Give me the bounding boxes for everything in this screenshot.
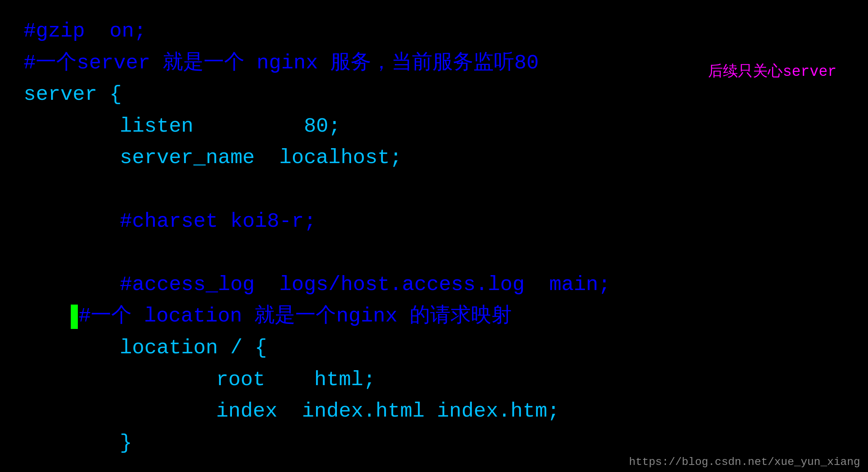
code-line-1: #gzip on;: [24, 16, 844, 48]
code-text-4: listen 80;: [71, 111, 341, 143]
code-text-13: index index.html index.htm;: [118, 396, 559, 428]
footer-link: https://blog.csdn.net/xue_yun_xiang: [629, 456, 860, 468]
code-text-15: [24, 459, 36, 472]
code-line-8: [24, 237, 844, 269]
code-text-2: #一个server 就是一个 nginx 服务，当前服务监听80: [24, 48, 539, 79]
code-line-14: }: [24, 428, 844, 459]
code-line-11: location / {: [24, 332, 844, 364]
code-line-6: [24, 174, 844, 206]
code-text-11: location / {: [71, 332, 267, 364]
code-line-13: index index.html index.htm;: [24, 396, 844, 428]
code-text-3: server {: [24, 79, 122, 111]
code-text-1: #gzip on;: [24, 16, 146, 48]
annotation-label: 后续只关心server: [708, 61, 837, 81]
code-line-10: #一个 location 就是一个nginx 的请求映射: [24, 301, 844, 332]
code-line-9: #access_log logs/host.access.log main;: [24, 269, 844, 301]
code-line-12: root html;: [24, 364, 844, 396]
code-text-7: #charset koi8-r;: [71, 206, 316, 238]
code-text-14: }: [71, 428, 132, 459]
code-text-8: [24, 237, 36, 269]
text-cursor: [71, 305, 78, 329]
code-line-4: listen 80;: [24, 111, 844, 143]
code-line-5: server_name localhost;: [24, 142, 844, 174]
code-line-7: #charset koi8-r;: [24, 206, 844, 238]
code-text-6: [24, 174, 36, 206]
code-text-10: #一个 location 就是一个nginx 的请求映射: [79, 301, 512, 332]
code-text-5: server_name localhost;: [71, 142, 402, 174]
code-text-9: #access_log logs/host.access.log main;: [71, 269, 611, 301]
code-editor: #gzip on; #一个server 就是一个 nginx 服务，当前服务监听…: [0, 0, 868, 472]
code-line-3: server {: [24, 79, 844, 111]
code-text-12: root html;: [118, 364, 375, 396]
